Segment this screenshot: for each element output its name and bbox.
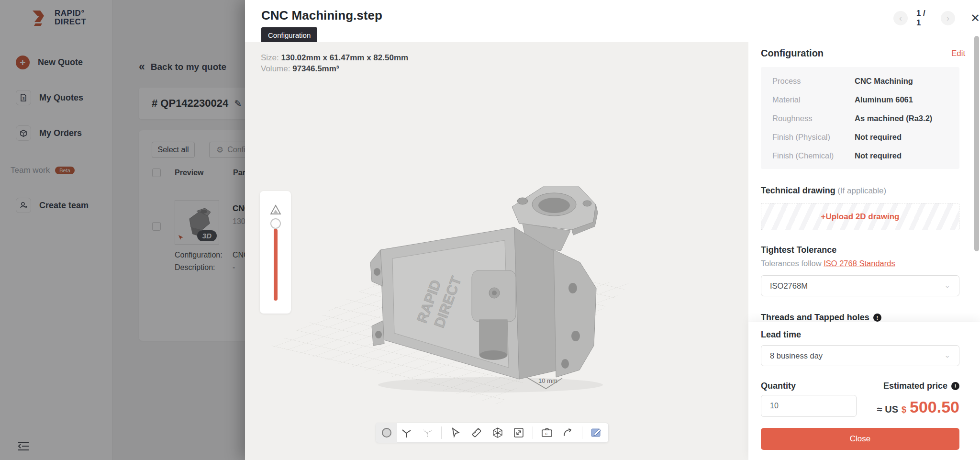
edit-note-icon xyxy=(590,427,602,438)
measure-tool-button[interactable] xyxy=(469,426,484,440)
config-row-value: As machined (Ra3.2) xyxy=(855,114,932,123)
toolbar-divider xyxy=(582,426,582,439)
technical-drawing-hint: (If applicable) xyxy=(837,186,886,195)
upload-2d-drawing-label: +Upload 2D drawing xyxy=(821,212,900,222)
modal-title: CNC Machining.step xyxy=(261,8,382,23)
chevron-left-icon: ‹ xyxy=(899,13,902,23)
config-row: Roughness As machined (Ra3.2) xyxy=(772,109,959,128)
price-info-icon[interactable]: ! xyxy=(951,382,959,390)
shaded-view-icon xyxy=(382,428,391,438)
edit-config-link[interactable]: Edit xyxy=(951,49,965,58)
toolbar-divider xyxy=(441,426,442,439)
config-row-value: CNC Machining xyxy=(855,77,913,86)
hide-axes-button[interactable] xyxy=(420,426,434,440)
zoom-extents-icon[interactable] xyxy=(270,204,281,215)
panel-scrollbar-thumb[interactable] xyxy=(974,36,979,251)
part-detail-modal: CNC Machining.step Configuration ‹ 1 / 1… xyxy=(245,0,980,460)
threads-info-icon[interactable]: ! xyxy=(873,314,881,322)
config-row: Finish (Physical) Not required xyxy=(772,128,959,146)
config-row-label: Material xyxy=(772,95,855,104)
prev-part-button[interactable]: ‹ xyxy=(893,11,908,25)
threads-heading: Threads and Tapped holes xyxy=(761,313,869,323)
iso-standards-link[interactable]: ISO 2768 Standards xyxy=(824,259,895,268)
annotate-button[interactable] xyxy=(589,426,603,440)
estimated-price-label: Estimated price xyxy=(883,381,947,391)
config-heading: Configuration xyxy=(761,48,824,59)
ruler-icon xyxy=(471,427,482,438)
configuration-panel: Configuration Edit Process CNC Machining… xyxy=(748,42,980,460)
3d-model: RAPID DIRECT xyxy=(354,178,603,398)
show-axes-button[interactable] xyxy=(399,426,413,440)
quantity-input[interactable] xyxy=(761,395,857,417)
zoom-slider-knob[interactable] xyxy=(270,218,281,229)
cursor-icon xyxy=(450,427,461,438)
axes-icon xyxy=(401,427,412,438)
tolerance-selected-value: ISO2768M xyxy=(770,281,808,291)
svg-text:c: c xyxy=(546,431,548,436)
chevron-down-icon: ⌄ xyxy=(944,352,950,359)
upload-2d-drawing-button[interactable]: +Upload 2D drawing xyxy=(761,203,959,230)
technical-drawing-heading: Technical drawing xyxy=(761,186,835,195)
config-summary-card: Process CNC Machining Material Aluminum … xyxy=(761,67,959,169)
estimated-price-value: 500.50 xyxy=(910,398,959,416)
reset-view-button[interactable] xyxy=(561,426,575,440)
fullscreen-button[interactable] xyxy=(512,426,526,440)
lead-time-label: Lead time xyxy=(761,330,801,340)
quantity-label: Quantity xyxy=(761,381,796,391)
config-row-label: Roughness xyxy=(772,114,855,123)
config-row-value: Not required xyxy=(855,133,902,142)
config-row-value: Aluminum 6061 xyxy=(855,95,913,104)
chevron-right-icon: › xyxy=(947,13,949,23)
tolerance-select[interactable]: ISO2768M ⌄ xyxy=(761,275,959,296)
modal-backdrop[interactable] xyxy=(0,0,245,460)
bounding-box-button[interactable] xyxy=(490,426,505,440)
price-footer: Lead time 8 business day ⌄ Quantity Esti… xyxy=(748,322,980,460)
resize-icon xyxy=(513,427,524,438)
toolbar-divider xyxy=(533,426,533,439)
shading-mode-button[interactable] xyxy=(376,423,397,443)
config-row-label: Finish (Chemical) xyxy=(772,151,855,160)
currency-symbol: $ xyxy=(902,405,906,415)
pagination-count: 1 / 1 xyxy=(916,9,932,28)
snapshot-button[interactable]: c xyxy=(540,426,554,440)
price-approx-prefix: ≈ US xyxy=(877,404,898,415)
tolerance-note: Tolerances follow xyxy=(761,259,824,268)
axes-hidden-icon xyxy=(422,427,433,438)
viewer-toolbar: c xyxy=(376,423,609,443)
config-row-value: Not required xyxy=(855,151,902,160)
config-row: Process CNC Machining xyxy=(772,72,959,90)
camera-icon: c xyxy=(541,427,553,438)
tolerance-heading: Tightest Tolerance xyxy=(761,245,836,255)
config-row: Material Aluminum 6061 xyxy=(772,90,959,109)
zoom-slider-track[interactable] xyxy=(274,229,278,301)
cube-icon xyxy=(492,427,503,438)
close-modal-icon[interactable]: ✕ xyxy=(970,12,980,24)
config-row: Finish (Chemical) Not required xyxy=(772,146,959,165)
3d-viewer-canvas[interactable]: Size: 130.02mm x 61.47mm x 82.50mm Volum… xyxy=(245,42,748,460)
tab-configuration[interactable]: Configuration xyxy=(261,27,317,43)
zoom-slider xyxy=(260,191,291,314)
config-row-label: Process xyxy=(772,77,855,86)
lead-time-value: 8 business day xyxy=(770,351,823,360)
next-part-button[interactable]: › xyxy=(941,11,955,25)
rotate-arrow-icon xyxy=(562,427,574,438)
config-row-label: Finish (Physical) xyxy=(772,133,855,142)
chevron-down-icon: ⌄ xyxy=(944,282,950,289)
lead-time-select[interactable]: 8 business day ⌄ xyxy=(761,345,959,366)
close-button[interactable]: Close xyxy=(761,428,959,450)
select-tool-button[interactable] xyxy=(448,426,463,440)
